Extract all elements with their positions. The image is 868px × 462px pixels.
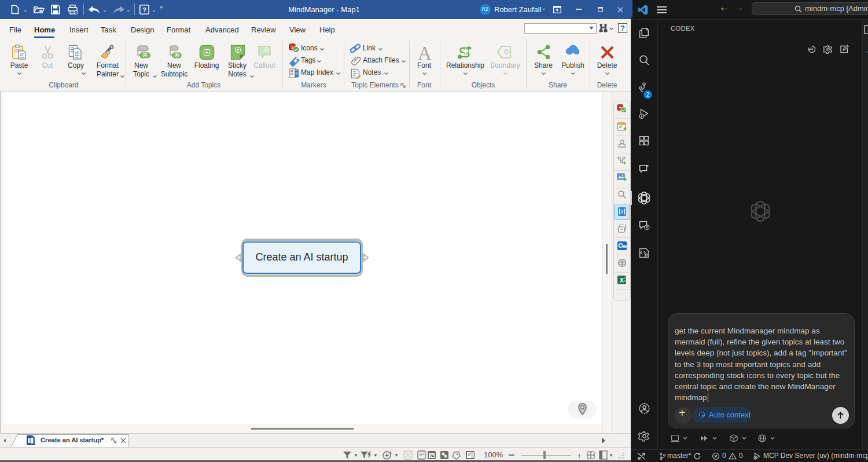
- svg-text:X: X: [620, 277, 624, 284]
- svg-text:O: O: [618, 242, 623, 249]
- svg-text:?: ?: [142, 6, 146, 13]
- svg-text:24: 24: [429, 454, 434, 458]
